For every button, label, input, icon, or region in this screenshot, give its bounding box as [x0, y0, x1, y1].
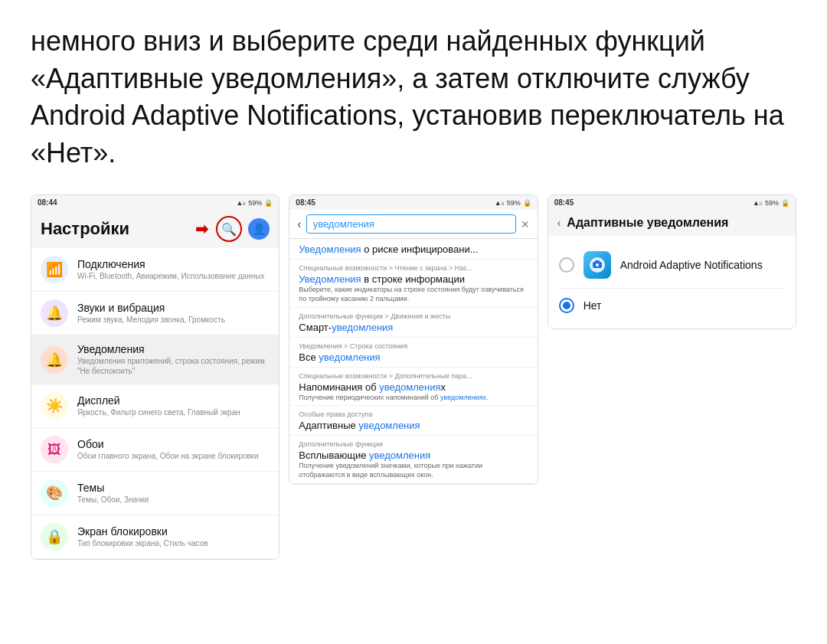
screen3-signal-icon: ▲ᵢₗ — [753, 199, 763, 207]
screen3-header: ‹ Адаптивные уведомления — [548, 210, 796, 236]
red-arrow-indicator: ➡ — [195, 220, 208, 238]
display-text: Дисплей Яркость, Фильтр синего света, Гл… — [77, 394, 270, 417]
adaptive-item-app-text: Android Adaptive Notifications — [620, 259, 785, 271]
notifications-subtitle: Уведомления приложений, строка состояния… — [77, 356, 270, 376]
search-result-1[interactable]: Специальные возможности > Чтение с экран… — [289, 260, 537, 307]
result-3-path: Уведомления > Строка состояния — [299, 342, 528, 350]
result-4-path: Специальные возможности > Дополнительные… — [299, 372, 528, 380]
search-clear-button[interactable]: ✕ — [521, 218, 530, 230]
themes-text: Темы Темы, Обои, Значки — [77, 482, 270, 505]
search-result-5[interactable]: Особые права доступа Адаптивные уведомле… — [289, 406, 537, 436]
search-result-4[interactable]: Специальные возможности > Дополнительные… — [289, 368, 537, 407]
result-6-desc: Получение уведомлений значками, которые … — [299, 462, 528, 479]
adaptive-app-icon — [583, 251, 611, 279]
adaptive-item-no[interactable]: Нет — [548, 289, 796, 322]
screen3-lock-icon: 🔒 — [781, 199, 789, 207]
themes-title: Темы — [77, 482, 270, 494]
search-result-2[interactable]: Дополнительные функции > Движения и жест… — [289, 308, 537, 338]
screen1-battery-icon: 🔒 — [264, 199, 273, 207]
screen3-back-button[interactable]: ‹ — [557, 217, 561, 229]
search-icon: 🔍 — [221, 222, 237, 237]
themes-subtitle: Темы, Обои, Значки — [77, 495, 270, 505]
wallpaper-subtitle: Обои главного экрана, Обои на экране бло… — [77, 451, 270, 461]
result-3-title: Все уведомления — [299, 351, 528, 363]
user-avatar[interactable]: 👤 — [248, 218, 270, 240]
notifications-title: Уведомления — [77, 343, 270, 355]
result-1-path: Специальные возможности > Чтение с экран… — [299, 264, 528, 272]
screen3-battery: 59% — [765, 199, 779, 207]
screen3-adaptive: 08:45 ▲ᵢₗ 59% 🔒 ‹ Адаптивные уведомления — [548, 195, 796, 329]
adaptive-app-title: Android Adaptive Notifications — [620, 259, 785, 271]
screen1-battery: 59% — [248, 199, 262, 207]
themes-icon: 🎨 — [41, 479, 68, 507]
wallpaper-text: Обои Обои главного экрана, Обои на экран… — [77, 438, 270, 461]
settings-list: 📶 Подключения Wi-Fi, Bluetooth, Авиарежи… — [31, 248, 279, 559]
screen2-back-button[interactable]: ‹ — [297, 217, 301, 231]
svg-rect-2 — [595, 260, 600, 263]
connections-subtitle: Wi-Fi, Bluetooth, Авиарежим, Использован… — [77, 271, 270, 281]
notifications-text: Уведомления Уведомления приложений, стро… — [77, 343, 270, 376]
result-2-path: Дополнительные функции > Движения и жест… — [299, 312, 528, 320]
result-4-title: Напоминания об уведомлениях — [299, 381, 528, 393]
result-0-title: Уведомления о риске инфицировани... — [299, 244, 528, 255]
screen2-search-bar: ‹ уведомления ✕ — [289, 210, 537, 239]
screen1-status-icons: ▲ᵢₗ 59% 🔒 — [236, 199, 273, 207]
screenshots-row: 08:44 ▲ᵢₗ 59% 🔒 Настройки ➡ 🔍 — [31, 195, 796, 560]
screen1-title: Настройки — [41, 219, 129, 239]
adaptive-item-no-text: Нет — [583, 299, 785, 312]
lockscreen-icon: 🔒 — [41, 523, 68, 551]
screen2-battery: 59% — [507, 199, 521, 207]
settings-item-notifications[interactable]: 🔔 Уведомления Уведомления приложений, ст… — [31, 335, 279, 384]
screen3-time: 08:45 — [554, 198, 574, 207]
lockscreen-text: Экран блокировки Тип блокировки экрана, … — [77, 525, 270, 548]
lockscreen-subtitle: Тип блокировки экрана, Стиль часов — [77, 538, 270, 548]
result-5-path: Особые права доступа — [299, 410, 528, 418]
search-input-display[interactable]: уведомления — [306, 214, 516, 234]
settings-item-themes[interactable]: 🎨 Темы Темы, Обои, Значки — [31, 472, 279, 515]
result-6-path: Дополнительные функции — [299, 440, 528, 448]
settings-item-sound[interactable]: 🔔 Звуки и вибрация Режим звука, Мелодия … — [31, 292, 279, 335]
sound-title: Звуки и вибрация — [77, 302, 270, 314]
settings-item-display[interactable]: ☀️ Дисплей Яркость, Фильтр синего света,… — [31, 384, 279, 428]
result-5-title: Адаптивные уведомления — [299, 420, 528, 431]
search-results-list: Уведомления о риске инфицировани... Спец… — [289, 239, 537, 483]
adaptive-radio-app[interactable] — [559, 257, 574, 273]
svg-point-3 — [596, 263, 599, 266]
screen1-signal-icon: ▲ᵢₗ — [236, 199, 246, 207]
sound-icon: 🔔 — [41, 299, 68, 327]
result-6-title: Всплывающие уведомления — [299, 449, 528, 461]
settings-item-wallpaper[interactable]: 🖼 Обои Обои главного экрана, Обои на экр… — [31, 428, 279, 472]
wallpaper-icon: 🖼 — [41, 436, 68, 463]
lockscreen-title: Экран блокировки — [77, 525, 270, 538]
adaptive-item-app[interactable]: Android Adaptive Notifications — [548, 242, 796, 288]
notifications-icon: 🔔 — [41, 346, 68, 374]
connections-icon: 📶 — [41, 256, 68, 283]
display-icon: ☀️ — [41, 392, 68, 420]
settings-item-lockscreen[interactable]: 🔒 Экран блокировки Тип блокировки экрана… — [31, 515, 279, 559]
display-title: Дисплей — [77, 394, 270, 407]
adaptive-list: Android Adaptive Notifications Нет — [548, 236, 796, 329]
wallpaper-title: Обои — [77, 438, 270, 450]
settings-item-connections[interactable]: 📶 Подключения Wi-Fi, Bluetooth, Авиарежи… — [31, 248, 279, 292]
screen3-title: Адаптивные уведомления — [567, 216, 728, 230]
page-wrapper: немного вниз и выберите среди найденных … — [0, 0, 827, 590]
screen3-status-bar: 08:45 ▲ᵢₗ 59% 🔒 — [548, 195, 796, 210]
search-result-0[interactable]: Уведомления о риске инфицировани... — [289, 239, 537, 260]
radio-inner-dot — [563, 302, 570, 309]
adaptive-no-title: Нет — [583, 299, 785, 312]
result-4-desc: Получение периодических напоминаний об у… — [299, 394, 528, 403]
result-2-title: Смарт-уведомления — [299, 322, 528, 333]
intro-text: немного вниз и выберите среди найденных … — [31, 23, 796, 172]
result-1-title: Уведомления в строке информации — [299, 273, 528, 285]
avatar-icon: 👤 — [253, 223, 266, 235]
screen1-action-icons: ➡ 🔍 👤 — [195, 216, 270, 242]
search-button[interactable]: 🔍 — [216, 216, 242, 242]
search-result-6[interactable]: Дополнительные функции Всплывающие уведо… — [289, 436, 537, 483]
screen2-time: 08:45 — [296, 198, 315, 207]
screen2-status-icons: ▲ᵢₗ 59% 🔒 — [495, 199, 531, 207]
adaptive-radio-no[interactable] — [559, 298, 574, 313]
search-result-3[interactable]: Уведомления > Строка состояния Все уведо… — [289, 338, 537, 368]
search-term: уведомления — [313, 218, 374, 230]
screen2-status-bar: 08:45 ▲ᵢₗ 59% 🔒 — [289, 195, 537, 210]
sound-text: Звуки и вибрация Режим звука, Мелодия зв… — [77, 302, 270, 325]
